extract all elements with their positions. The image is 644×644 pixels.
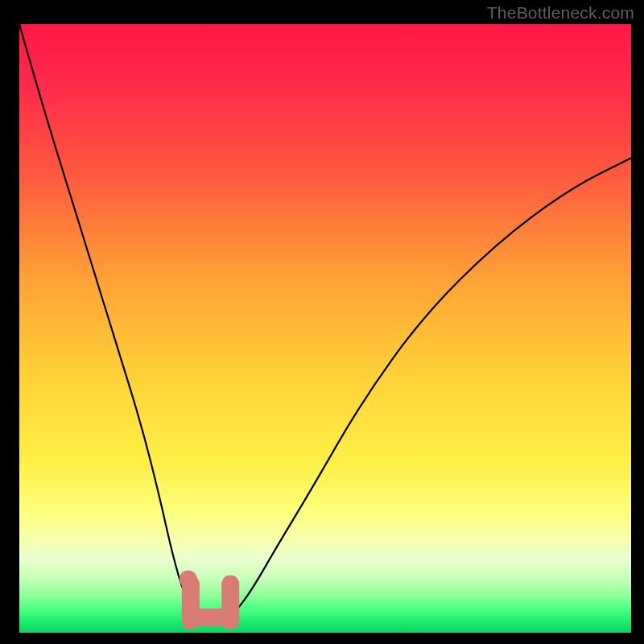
highlight-dot	[180, 570, 197, 588]
bottleneck-curve	[19, 24, 631, 621]
chart-frame: TheBottleneck.com	[0, 0, 644, 644]
watermark-text: TheBottleneck.com	[487, 3, 634, 23]
plot-area	[19, 24, 631, 633]
chart-svg	[19, 24, 631, 633]
